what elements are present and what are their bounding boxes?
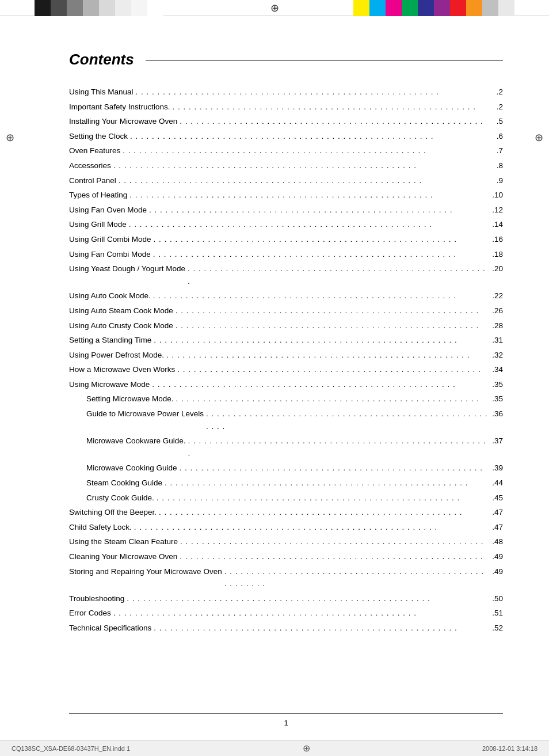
toc-page: .34 [491, 363, 503, 376]
toc-dots: . . . . . . . . . . . . . . . . . . . . … [154, 233, 489, 246]
toc-dots: . . . . . . . . . . . . . . . . . . . . … [165, 477, 489, 489]
toc-entry: Using Grill Combi Mode . . . . . . . . .… [69, 233, 503, 246]
toc-page: .2 [491, 101, 503, 113]
toc-dots: . . . . . . . . . . . . . . . . . . . . … [188, 435, 489, 459]
toc-dots: . . . . . . . . . . . . . . . . . . . . … [180, 115, 489, 128]
bottom-info-bar: CQ138SC_XSA-DE68-03437H_EN.indd 1 ⊕ 2008… [0, 740, 549, 756]
toc-dots: . . . . . . . . . . . . . . . . . . . . … [153, 248, 489, 261]
toc-page: .16 [491, 233, 503, 246]
toc-label: Using This Manual [69, 86, 134, 98]
toc-entry: Oven Features . . . . . . . . . . . . . … [69, 145, 503, 157]
toc-entry: Using the Steam Clean Feature . . . . . … [69, 535, 503, 548]
toc-label: Troubleshooting [69, 592, 124, 605]
bottom-bar-right: 2008-12-01 3:14:18 [482, 745, 537, 752]
toc-entry: Using Fan Oven Mode . . . . . . . . . . … [69, 204, 503, 216]
toc-page: .45 [491, 492, 503, 504]
toc-label: Types of Heating [69, 189, 127, 202]
toc-entry: Using Microwave Mode . . . . . . . . . .… [69, 378, 503, 391]
toc-dots: . . . . . . . . . . . . . . . . . . . . … [176, 320, 489, 332]
toc-entry: Using Fan Combi Mode . . . . . . . . . .… [69, 248, 503, 261]
toc-page: .51 [491, 607, 503, 620]
title-underline [146, 60, 503, 61]
color-block [131, 0, 147, 16]
toc-label: Guide to Microwave Power Levels [86, 408, 204, 420]
toc-entry: Troubleshooting . . . . . . . . . . . . … [69, 592, 503, 605]
toc-dots: . . . . . . . . . . . . . . . . . . . . … [134, 521, 489, 534]
toc-dots: . . . . . . . . . . . . . . . . . . . . … [180, 462, 489, 474]
color-block [35, 0, 51, 16]
toc-label: Using the Steam Clean Feature [69, 535, 178, 548]
color-block [418, 0, 434, 16]
toc-dots: . . . . . . . . . . . . . . . . . . . . … [173, 101, 489, 113]
toc-dots: . . . . . . . . . . . . . . . . . . . . … [129, 218, 489, 231]
toc-entry: Installing Your Microwave Oven . . . . .… [69, 115, 503, 128]
toc-page: .28 [491, 320, 503, 332]
toc-label: Oven Features [69, 145, 120, 157]
toc-entry: Microwave Cooking Guide . . . . . . . . … [69, 462, 503, 474]
toc-page: .8 [491, 159, 503, 172]
toc-label: How a Microwave Oven Works [69, 363, 175, 376]
toc-entry: Control Panel . . . . . . . . . . . . . … [69, 174, 503, 187]
toc-entry: Guide to Microwave Power Levels . . . . … [69, 408, 503, 432]
toc-dots: . . . . . . . . . . . . . . . . . . . . … [136, 86, 489, 98]
toc-dots: . . . . . . . . . . . . . . . . . . . . … [130, 130, 489, 143]
toc-label: Using Fan Oven Mode [69, 204, 147, 216]
color-block [99, 0, 115, 16]
toc-dots: . . . . . . . . . . . . . . . . . . . . … [166, 349, 489, 362]
toc-page: .26 [491, 305, 503, 317]
toc-entry: Crusty Cook Guide. . . . . . . . . . . .… [69, 492, 503, 504]
toc-label: Child Safety Lock. [69, 521, 132, 534]
toc-entry: Using Power Defrost Mode. . . . . . . . … [69, 349, 503, 362]
toc-dots: . . . . . . . . . . . . . . . . . . . . … [113, 607, 489, 620]
toc-label: Using Auto Crusty Cook Mode [69, 320, 173, 332]
toc-entry: Cleaning Your Microwave Oven . . . . . .… [69, 550, 503, 563]
toc-label: Switching Off the Beeper. [69, 506, 157, 519]
toc-dots: . . . . . . . . . . . . . . . . . . . . … [149, 204, 489, 216]
color-block [434, 0, 450, 16]
toc-label: Control Panel [69, 174, 116, 187]
toc-page: .49 [491, 565, 503, 578]
toc-dots: . . . . . . . . . . . . . . . . . . . . … [153, 290, 489, 302]
toc-dots: . . . . . . . . . . . . . . . . . . . . … [152, 378, 489, 391]
color-block [386, 0, 402, 16]
toc-label: Accessories [69, 159, 111, 172]
toc-page: .47 [491, 506, 503, 519]
footer-line [69, 713, 503, 714]
page-number: 1 [115, 719, 457, 727]
toc-label: Using Auto Cook Mode. [69, 290, 151, 302]
toc-entry: How a Microwave Oven Works . . . . . . .… [69, 363, 503, 376]
toc-page: .49 [491, 550, 503, 563]
toc-entry: Using Grill Mode . . . . . . . . . . . .… [69, 218, 503, 231]
toc-entry: Microwave Cookware Guide. . . . . . . . … [69, 435, 503, 459]
bottom-crosshair: ⊕ [303, 743, 310, 754]
toc-label: Setting the Clock [69, 130, 128, 143]
toc-dots: . . . . . . . . . . . . . . . . . . . . … [157, 492, 489, 504]
toc-page: .44 [491, 477, 503, 489]
toc-entry: Accessories . . . . . . . . . . . . . . … [69, 159, 503, 172]
color-blocks-left [35, 0, 163, 16]
toc-dots: . . . . . . . . . . . . . . . . . . . . … [176, 305, 489, 317]
toc-dots: . . . . . . . . . . . . . . . . . . . . … [188, 263, 489, 287]
toc-label: Using Yeast Dough / Yogurt Mode [69, 263, 185, 275]
color-blocks-right [353, 0, 514, 16]
toc-page: .7 [491, 145, 503, 157]
toc-label: Important Safety Instructions. [69, 101, 170, 113]
toc-label: Setting a Standing Time [69, 334, 151, 347]
toc-dots: . . . . . . . . . . . . . . . . . . . . … [224, 565, 489, 590]
toc-entry: Setting the Clock . . . . . . . . . . . … [69, 130, 503, 143]
table-of-contents: Using This Manual . . . . . . . . . . . … [69, 86, 503, 635]
toc-entry: Child Safety Lock. . . . . . . . . . . .… [69, 521, 503, 534]
toc-entry: Using Yeast Dough / Yogurt Mode . . . . … [69, 263, 503, 287]
toc-page: .14 [491, 218, 503, 231]
top-color-bar: ⊕ [0, 0, 549, 16]
toc-dots: . . . . . . . . . . . . . . . . . . . . … [206, 408, 489, 432]
toc-dots: . . . . . . . . . . . . . . . . . . . . … [123, 145, 489, 157]
toc-entry: Switching Off the Beeper. . . . . . . . … [69, 506, 503, 519]
toc-entry: Setting a Standing Time . . . . . . . . … [69, 334, 503, 347]
contents-title-text: Contents [69, 51, 134, 69]
toc-page: .6 [491, 130, 503, 143]
toc-page: .48 [491, 535, 503, 548]
toc-dots: . . . . . . . . . . . . . . . . . . . . … [113, 159, 489, 172]
toc-page: .18 [491, 248, 503, 261]
color-block [482, 0, 498, 16]
